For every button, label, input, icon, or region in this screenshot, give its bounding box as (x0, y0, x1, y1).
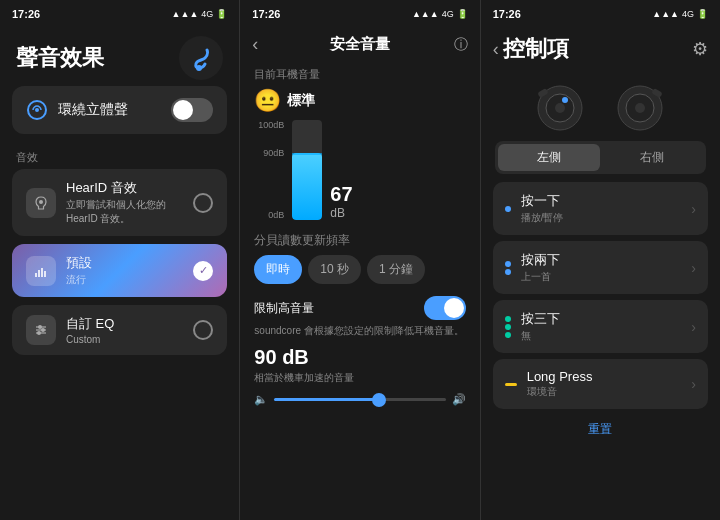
right-earbud-icon (610, 78, 670, 133)
db-value: 67 (330, 183, 352, 206)
status-bar-1: 17:26 ▲▲▲ 4G 🔋 (0, 0, 239, 28)
double-press-title: 按兩下 (521, 251, 692, 269)
double-press-sub: 上一首 (521, 270, 692, 284)
side-tabs: 左側 右側 (495, 141, 706, 174)
long-press-item[interactable]: Long Press 環境音 › (493, 359, 708, 409)
triple-dot-2 (505, 324, 511, 330)
volume-bar (292, 120, 322, 220)
triple-press-item[interactable]: 按三下 無 › (493, 300, 708, 353)
single-press-item[interactable]: 按一下 播放/暫停 › (493, 182, 708, 235)
triple-dot-indicator (505, 316, 511, 338)
double-press-item[interactable]: 按兩下 上一首 › (493, 241, 708, 294)
custom-eq-title: 自訂 EQ (66, 315, 183, 333)
triple-dot-3 (505, 332, 511, 338)
svg-point-17 (555, 103, 565, 113)
custom-eq-text: 自訂 EQ Custom (66, 315, 183, 345)
level-emoji: 😐 (254, 88, 281, 114)
hearid-icon (26, 188, 56, 218)
freq-10s-button[interactable]: 10 秒 (308, 255, 361, 284)
surround-sound-left: 環繞立體聲 (26, 99, 128, 121)
tab-right[interactable]: 右側 (600, 144, 703, 171)
back-button-3[interactable]: ‹ (493, 39, 499, 60)
status-icons-1: ▲▲▲ 4G 🔋 (172, 9, 228, 19)
battery-icon-3: 🔋 (697, 9, 708, 19)
long-press-title: Long Press (527, 369, 692, 384)
reset-button[interactable]: 重置 (481, 415, 720, 444)
earbuds-illustration (481, 70, 720, 141)
triple-dot-1 (505, 316, 511, 322)
chevron-icon-2: › (691, 260, 696, 276)
svg-point-14 (37, 331, 41, 335)
long-press-dash (505, 383, 517, 386)
limit-line (292, 153, 322, 155)
effects-section-label: 音效 (0, 144, 239, 169)
svg-rect-5 (35, 273, 37, 277)
tab-left[interactable]: 左側 (498, 144, 601, 171)
custom-eq-option[interactable]: 自訂 EQ Custom (12, 305, 227, 355)
panel1-header: 聲音效果 (0, 28, 239, 86)
status-icons-3: ▲▲▲ 4G 🔋 (652, 9, 708, 19)
battery-icon-2: 🔋 (457, 9, 468, 19)
svg-rect-8 (44, 271, 46, 277)
custom-eq-sub: Custom (66, 334, 183, 345)
custom-eq-check (193, 320, 213, 340)
preset-sub: 流行 (66, 273, 183, 287)
surround-sound-row[interactable]: 環繞立體聲 (12, 86, 227, 134)
bar-label-90: 90dB (263, 148, 284, 158)
volume-bar-area: 100dB 90dB 0dB 67 dB (254, 120, 465, 220)
double-dot-indicator (505, 261, 511, 275)
db-display: 67 dB (330, 183, 352, 220)
status-icons-2: ▲▲▲ 4G 🔋 (412, 9, 468, 19)
info-button[interactable]: ⓘ (454, 36, 468, 54)
long-press-text: Long Press 環境音 (527, 369, 692, 399)
panel-sound-effects: 17:26 ▲▲▲ 4G 🔋 聲音效果 環繞立體聲 音效 (0, 0, 240, 520)
status-bar-2: 17:26 ▲▲▲ 4G 🔋 (240, 0, 479, 28)
long-press-sub: 環境音 (527, 385, 692, 399)
hearid-check (193, 193, 213, 213)
single-dot-indicator (505, 206, 511, 212)
triple-press-title: 按三下 (521, 310, 692, 328)
db-unit: dB (330, 206, 345, 220)
svg-point-4 (39, 200, 43, 204)
panel2-title: 安全音量 (330, 35, 390, 54)
bar-label-0: 0dB (268, 210, 284, 220)
slider-thumb[interactable] (372, 393, 386, 407)
battery-icon: 🔋 (216, 9, 227, 19)
freq-instant-button[interactable]: 即時 (254, 255, 302, 284)
app-logo-icon (179, 36, 223, 80)
bar-label-100: 100dB (258, 120, 284, 130)
double-dot-1 (505, 261, 511, 267)
chevron-icon-1: › (691, 201, 696, 217)
preset-text: 預設 流行 (66, 254, 183, 287)
wifi-icon-3: 4G (682, 9, 694, 19)
slider-min-icon: 🔈 (254, 393, 268, 406)
limit-slider[interactable] (274, 398, 445, 401)
freq-1m-button[interactable]: 1 分鐘 (367, 255, 425, 284)
hearid-option[interactable]: HearID 音效 立即嘗試和個人化您的 HearID 音效。 (12, 169, 227, 236)
hearid-sub: 立即嘗試和個人化您的 HearID 音效。 (66, 198, 183, 226)
single-press-text: 按一下 播放/暫停 (521, 192, 692, 225)
svg-point-18 (562, 97, 568, 103)
surround-toggle[interactable] (171, 98, 213, 122)
current-volume-section: 目前耳機音量 😐 標準 100dB 90dB 0dB 67 dB (240, 61, 479, 226)
limit-toggle[interactable] (424, 296, 466, 320)
limit-title: 限制高音量 (254, 300, 314, 317)
svg-point-13 (41, 328, 45, 332)
svg-point-12 (38, 325, 42, 329)
triple-press-sub: 無 (521, 329, 692, 343)
preset-option[interactable]: 預設 流行 (12, 244, 227, 297)
volume-bar-fill (292, 153, 322, 220)
back-button-2[interactable]: ‹ (252, 34, 258, 55)
hearid-text: HearID 音效 立即嘗試和個人化您的 HearID 音效。 (66, 179, 183, 226)
gear-button[interactable]: ⚙ (692, 38, 708, 60)
limit-slider-row: 🔈 🔊 (254, 393, 465, 406)
long-press-indicator (505, 383, 517, 386)
svg-point-22 (635, 103, 645, 113)
chevron-icon-4: › (691, 376, 696, 392)
update-freq-label: 分貝讀數更新頻率 (254, 232, 465, 249)
svg-rect-7 (41, 268, 43, 277)
status-bar-3: 17:26 ▲▲▲ 4G 🔋 (481, 0, 720, 28)
svg-rect-6 (38, 270, 40, 277)
status-time-2: 17:26 (252, 8, 280, 20)
hearid-title: HearID 音效 (66, 179, 183, 197)
